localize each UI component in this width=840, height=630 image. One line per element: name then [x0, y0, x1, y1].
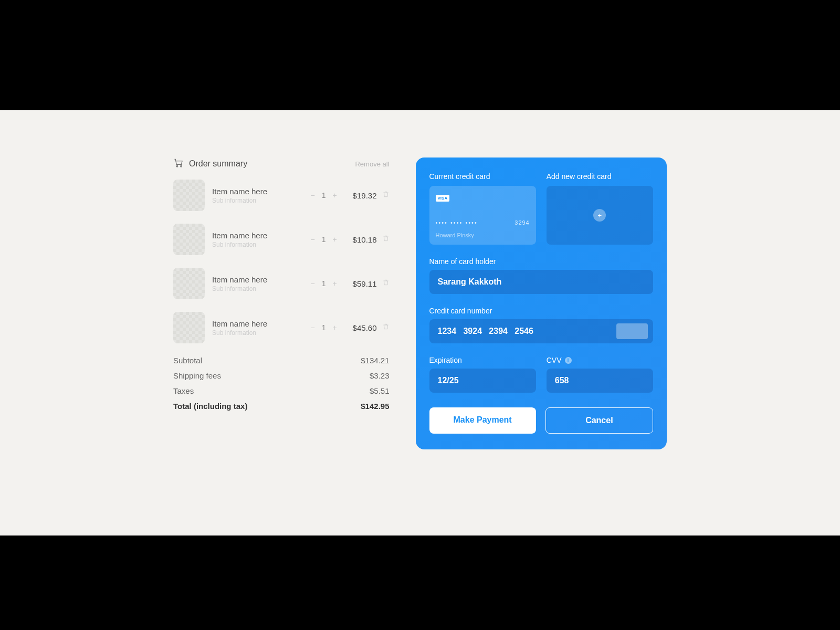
remove-all-link[interactable]: Remove all [355, 160, 389, 168]
item-price: $59.11 [343, 279, 377, 288]
card-number-label: Credit card number [429, 307, 654, 315]
taxes-label: Taxes [173, 386, 194, 395]
qty-value: 1 [322, 323, 326, 332]
cvv-label: CVV [547, 356, 562, 364]
order-item: Item name here Sub information − 1 + $45… [173, 312, 390, 343]
card-last4: 3294 [514, 219, 529, 226]
qty-decrease[interactable]: − [309, 279, 317, 288]
item-image [173, 180, 205, 211]
cardholder-name-input[interactable] [429, 270, 654, 294]
subtotal-label: Subtotal [173, 356, 202, 365]
remove-item-button[interactable] [382, 235, 390, 244]
card-brand-badge: VISA [436, 195, 450, 202]
cardholder-name-label: Name of card holder [429, 257, 654, 266]
qty-value: 1 [322, 191, 326, 200]
item-name: Item name here [212, 275, 309, 284]
plus-icon: + [593, 209, 606, 222]
order-item: Item name here Sub information − 1 + $10… [173, 224, 390, 255]
taxes-value: $5.51 [370, 386, 390, 395]
make-payment-button[interactable]: Make Payment [429, 407, 536, 434]
item-price: $10.18 [343, 235, 377, 244]
qty-increase[interactable]: + [331, 235, 339, 244]
order-summary-title: Order summary [189, 159, 247, 169]
svg-point-1 [181, 165, 182, 167]
item-image [173, 268, 205, 299]
item-subinfo: Sub information [212, 285, 309, 292]
item-image [173, 224, 205, 255]
expiration-label: Expiration [429, 356, 536, 364]
item-name: Item name here [212, 187, 309, 196]
qty-increase[interactable]: + [331, 279, 339, 288]
qty-increase[interactable]: + [331, 323, 339, 332]
remove-item-button[interactable] [382, 323, 390, 332]
svg-point-0 [176, 165, 178, 167]
total-label: Total (including tax) [173, 402, 247, 411]
total-value: $142.95 [361, 402, 389, 411]
card-chip-icon [616, 323, 648, 339]
item-price: $45.60 [343, 323, 377, 332]
qty-increase[interactable]: + [331, 191, 339, 200]
card-holder-name: Howard Pinsky [436, 232, 474, 238]
card-mask: •••• •••• •••• [436, 219, 478, 226]
shipping-value: $3.23 [370, 371, 390, 380]
qty-value: 1 [322, 279, 326, 288]
order-item: Item name here Sub information − 1 + $19… [173, 180, 390, 211]
remove-item-button[interactable] [382, 191, 390, 200]
qty-decrease[interactable]: − [309, 323, 317, 332]
order-summary-panel: Order summary Remove all Item name here … [173, 158, 390, 449]
qty-decrease[interactable]: − [309, 191, 317, 200]
add-credit-card-button[interactable]: + [547, 186, 653, 245]
current-card-label: Current credit card [429, 172, 536, 181]
current-credit-card[interactable]: VISA •••• •••• •••• 3294 Howard Pinsky [429, 186, 536, 245]
item-subinfo: Sub information [212, 329, 309, 337]
qty-value: 1 [322, 235, 326, 244]
item-price: $19.32 [343, 191, 377, 200]
payment-panel: Current credit card VISA •••• •••• •••• … [416, 158, 667, 449]
order-item: Item name here Sub information − 1 + $59… [173, 268, 390, 299]
cart-icon [173, 158, 184, 170]
item-image [173, 312, 205, 343]
cancel-button[interactable]: Cancel [545, 407, 653, 434]
info-icon[interactable]: i [565, 357, 572, 364]
add-card-label: Add new credit card [547, 172, 653, 181]
subtotal-value: $134.21 [361, 356, 389, 365]
qty-decrease[interactable]: − [309, 235, 317, 244]
expiration-input[interactable] [429, 369, 536, 393]
item-subinfo: Sub information [212, 197, 309, 204]
item-name: Item name here [212, 231, 309, 240]
cvv-input[interactable] [547, 369, 653, 393]
remove-item-button[interactable] [382, 279, 390, 288]
shipping-label: Shipping fees [173, 371, 221, 380]
item-subinfo: Sub information [212, 241, 309, 248]
item-name: Item name here [212, 319, 309, 328]
